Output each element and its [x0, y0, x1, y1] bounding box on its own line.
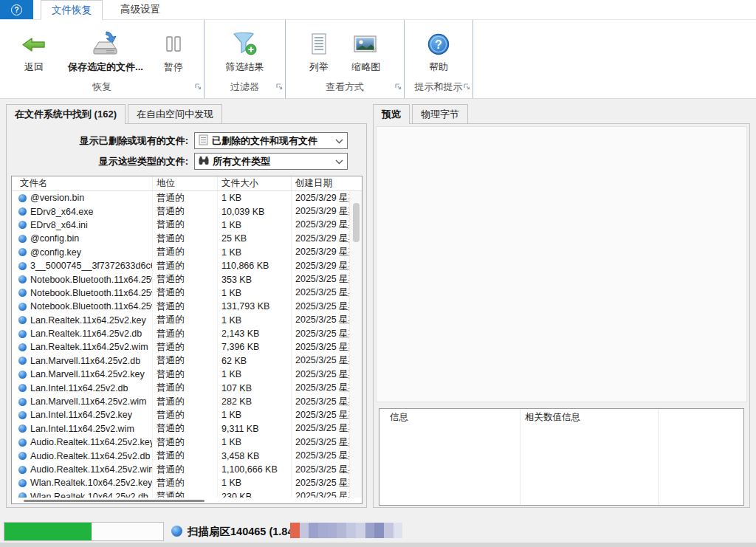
- table-row[interactable]: EDrv8_x64.exe 普通的 10,039 KB 2025/3/29 星期: [12, 204, 349, 218]
- file-date: 2025/3/25 星期: [291, 408, 349, 422]
- file-status: 普通的: [152, 191, 217, 204]
- back-button[interactable]: 返回: [21, 20, 47, 74]
- tab-found-in-free-space[interactable]: 在自由空间中发现: [128, 104, 222, 123]
- list-doc-icon: [309, 29, 329, 60]
- table-row[interactable]: Wlan.Realtek.10x64.25v2.key 普通的 1 KB 202…: [12, 476, 349, 489]
- preview-panel: 预览 物理字节 信息 相关数值信息: [373, 104, 750, 508]
- status-bar: 扫描扇区140465 (1.84%): [0, 517, 756, 547]
- tab-physical-bytes[interactable]: 物理字节: [412, 104, 468, 123]
- dropdown-value: 已删除的文件和现有文件: [212, 134, 317, 148]
- ribbon-group-tips: ? 帮助 提示和提示: [405, 20, 473, 98]
- horizontal-scrollbar[interactable]: [12, 498, 349, 503]
- file-icon: [18, 371, 27, 379]
- column-header-created[interactable]: 创建日期: [291, 176, 362, 190]
- file-status: 普通的: [152, 300, 217, 313]
- file-status: 普通的: [152, 204, 217, 218]
- file-name: Audio.Realtek.11x64.25v2.wim: [30, 464, 152, 475]
- table-row[interactable]: Lan.Marvell.11x64.25v2.key 普通的 1 KB 2025…: [12, 368, 349, 381]
- file-date: 2025/3/25 星期: [291, 314, 349, 327]
- file-date: 2025/3/25 星期: [291, 354, 349, 368]
- file-icon: [18, 398, 27, 406]
- table-row[interactable]: Lan.Intel.11x64.25v2.db 普通的 107 KB 2025/…: [12, 381, 349, 394]
- thumbnail-view-button[interactable]: 缩略图: [351, 20, 380, 74]
- file-name: Lan.Marvell.11x64.25v2.db: [30, 356, 140, 366]
- tab-found-in-filesystem[interactable]: 在文件系统中找到 (162): [6, 104, 126, 124]
- file-name: Lan.Intel.11x64.25v2.wim: [30, 424, 134, 434]
- table-row[interactable]: Notebook.Bluetooth.11x64.25v... 普通的 131,…: [12, 300, 349, 313]
- pause-button[interactable]: 暂停: [164, 20, 183, 74]
- table-row[interactable]: Lan.Realtek.11x64.25v2.wim 普通的 7,396 KB …: [12, 340, 349, 354]
- tab-file-recovery[interactable]: 文件恢复: [41, 0, 103, 20]
- question-icon: ?: [11, 4, 22, 16]
- file-status: 普通的: [152, 327, 217, 340]
- app-help-button[interactable]: ?: [0, 0, 33, 19]
- file-status: 普通的: [152, 395, 217, 408]
- column-header-info[interactable]: 信息: [390, 409, 408, 425]
- file-size: 1 KB: [217, 436, 291, 449]
- column-header-filename[interactable]: 文件名: [12, 176, 152, 190]
- file-icon: [18, 343, 27, 351]
- table-row[interactable]: 3__5000745__3f7372633d6c6d26... 普通的 110,…: [12, 259, 349, 272]
- redacted-area: [290, 523, 402, 538]
- table-row[interactable]: @version.bin 普通的 1 KB 2025/3/29 星期: [12, 191, 349, 204]
- chevron-down-icon: [335, 135, 343, 146]
- dialog-launcher-icon[interactable]: [464, 80, 470, 93]
- file-recovery-window: ? 文件恢复 高级设置 返回: [0, 0, 756, 547]
- file-name: Lan.Marvell.11x64.25v2.wim: [30, 396, 146, 407]
- file-table: 文件名 地位 文件大小 创建日期 @version.bin 普通的 1 KB 2…: [11, 176, 362, 504]
- file-date: 2025/3/25 星期: [291, 463, 349, 476]
- table-row[interactable]: Wlan.Realtek.10x64.25v2.db 普通的 230 KB 20…: [12, 490, 349, 498]
- table-row[interactable]: Lan.Realtek.11x64.25v2.db 普通的 2,143 KB 2…: [12, 327, 349, 340]
- file-size: 1 KB: [217, 191, 291, 204]
- dialog-launcher-icon[interactable]: [276, 80, 283, 93]
- table-row[interactable]: Lan.Intel.11x64.25v2.wim 普通的 9,311 KB 20…: [12, 422, 349, 436]
- column-header-status[interactable]: 地位: [152, 176, 217, 190]
- dialog-launcher-icon[interactable]: [195, 80, 202, 93]
- file-status: 普通的: [152, 232, 217, 245]
- table-row[interactable]: Lan.Realtek.11x64.25v2.key 普通的 1 KB 2025…: [12, 314, 349, 327]
- file-date: 2025/3/29 星期: [291, 219, 349, 232]
- file-date: 2025/3/25 星期: [291, 476, 349, 489]
- file-types-dropdown[interactable]: 所有文件类型: [194, 153, 348, 170]
- table-row[interactable]: Lan.Marvell.11x64.25v2.db 普通的 62 KB 2025…: [12, 354, 349, 368]
- tab-advanced-settings[interactable]: 高级设置: [110, 0, 171, 19]
- file-date: 2025/3/25 星期: [291, 327, 349, 340]
- file-status: 普通的: [152, 246, 217, 259]
- help-button[interactable]: ? 帮助: [427, 20, 450, 89]
- table-row[interactable]: EDrv8_x64.ini 普通的 1 KB 2025/3/29 星期: [12, 219, 349, 232]
- group-label-recovery: 恢复: [0, 80, 204, 94]
- file-name: EDrv8_x64.ini: [30, 220, 88, 230]
- table-row[interactable]: Audio.Realtek.11x64.25v2.wim 普通的 1,100,6…: [12, 463, 349, 476]
- filter-row-deleted: 显示已删除或现有的文件: 已删除的文件和现有文件: [7, 132, 348, 149]
- table-row[interactable]: Notebook.Bluetooth.11x64.25v... 普通的 353 …: [12, 272, 349, 286]
- scrollbar-thumb[interactable]: [353, 203, 360, 242]
- table-row[interactable]: Notebook.Bluetooth.11x64.25v... 普通的 1 KB…: [12, 286, 349, 300]
- filter-label: 显示已删除或现有的文件:: [7, 134, 194, 148]
- save-selected-files-button[interactable]: 保存选定的文件...: [68, 20, 143, 74]
- file-icon: [18, 275, 27, 283]
- file-date: 2025/3/25 星期: [291, 340, 349, 354]
- file-icon: [18, 411, 27, 419]
- dialog-launcher-icon[interactable]: [395, 80, 402, 93]
- file-date: 2025/3/29 星期: [291, 191, 349, 204]
- list-view-button[interactable]: 列举: [309, 20, 329, 74]
- table-row[interactable]: Audio.Realtek.11x64.25v2.key 普通的 1 KB 20…: [12, 436, 349, 449]
- tab-preview[interactable]: 预览: [373, 104, 410, 124]
- file-date: 2025/3/29 星期: [291, 204, 349, 218]
- table-row[interactable]: Audio.Realtek.11x64.25v2.db 普通的 3,458 KB…: [12, 449, 349, 462]
- column-header-related-values[interactable]: 相关数值信息: [525, 409, 580, 425]
- column-divider: [520, 409, 520, 505]
- file-icon: [18, 452, 27, 460]
- scrollbar-thumb[interactable]: [24, 500, 205, 502]
- table-row[interactable]: @config.key 普通的 1 KB 2025/3/29 星期: [12, 246, 349, 259]
- column-header-filesize[interactable]: 文件大小: [217, 176, 291, 190]
- vertical-scrollbar[interactable]: [349, 191, 362, 498]
- file-status: 普通的: [152, 340, 217, 354]
- table-row[interactable]: Lan.Marvell.11x64.25v2.wim 普通的 282 KB 20…: [12, 395, 349, 408]
- table-row[interactable]: Lan.Intel.11x64.25v2.key 普通的 1 KB 2025/3…: [12, 408, 349, 422]
- file-size: 1 KB: [217, 219, 291, 232]
- table-row[interactable]: @config.bin 普通的 25 KB 2025/3/29 星期: [12, 232, 349, 245]
- deleted-files-dropdown[interactable]: 已删除的文件和现有文件: [194, 132, 348, 149]
- filter-results-button[interactable]: 筛选结果: [226, 20, 264, 74]
- file-date: 2025/3/25 星期: [291, 286, 349, 300]
